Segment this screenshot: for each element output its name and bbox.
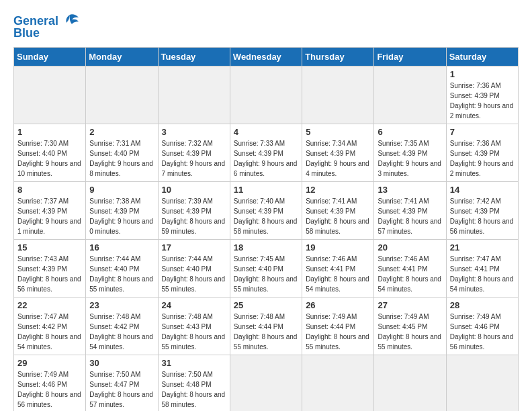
calendar-row: 22 Sunrise: 7:47 AMSunset: 4:42 PMDaylig… [14,297,519,355]
table-row: 2 Sunrise: 7:31 AMSunset: 4:40 PMDayligh… [86,124,158,181]
day-number: 9 [89,185,154,195]
day-info: Sunrise: 7:30 AMSunset: 4:40 PMDaylight:… [17,138,82,179]
day-number: 6 [378,127,442,137]
calendar-row: 1 Sunrise: 7:30 AMSunset: 4:40 PMDayligh… [14,124,519,181]
day-number: 1 [450,69,515,79]
table-row [158,66,230,124]
table-row: 5 Sunrise: 7:34 AMSunset: 4:39 PMDayligh… [302,124,374,181]
table-row: 31 Sunrise: 7:50 AMSunset: 4:48 PMDaylig… [158,355,230,411]
day-number: 18 [234,242,298,253]
day-header-tuesday: Tuesday [158,47,230,66]
day-number: 23 [89,300,154,310]
day-number: 31 [162,358,226,368]
day-info: Sunrise: 7:49 AMSunset: 4:46 PMDaylight:… [450,312,515,352]
day-number: 12 [306,185,370,195]
day-info: Sunrise: 7:41 AMSunset: 4:39 PMDaylight:… [378,196,442,236]
table-row: 9 Sunrise: 7:38 AMSunset: 4:39 PMDayligh… [86,181,158,239]
day-number: 27 [378,300,442,310]
table-row: 24 Sunrise: 7:48 AMSunset: 4:43 PMDaylig… [158,297,230,355]
table-row: 30 Sunrise: 7:50 AMSunset: 4:47 PMDaylig… [86,355,158,411]
table-row: 17 Sunrise: 7:44 AMSunset: 4:40 PMDaylig… [158,239,230,297]
table-row [14,66,86,124]
table-row: 21 Sunrise: 7:47 AMSunset: 4:41 PMDaylig… [446,239,518,297]
day-info: Sunrise: 7:49 AMSunset: 4:45 PMDaylight:… [378,312,442,352]
day-info: Sunrise: 7:41 AMSunset: 4:39 PMDaylight:… [306,196,370,236]
table-row: 22 Sunrise: 7:47 AMSunset: 4:42 PMDaylig… [14,297,86,355]
day-number: 3 [162,127,226,137]
table-row: 4 Sunrise: 7:33 AMSunset: 4:39 PMDayligh… [230,124,302,181]
table-row [86,66,158,124]
day-info: Sunrise: 7:37 AMSunset: 4:39 PMDaylight:… [17,196,82,236]
day-number: 30 [89,358,154,368]
table-row: 25 Sunrise: 7:48 AMSunset: 4:44 PMDaylig… [230,297,302,355]
day-info: Sunrise: 7:40 AMSunset: 4:39 PMDaylight:… [234,196,298,236]
day-info: Sunrise: 7:49 AMSunset: 4:46 PMDaylight:… [17,369,82,410]
table-row: 14 Sunrise: 7:42 AMSunset: 4:39 PMDaylig… [446,181,518,239]
day-number: 24 [162,300,226,310]
day-info: Sunrise: 7:45 AMSunset: 4:40 PMDaylight:… [234,254,298,294]
day-header-sunday: Sunday [14,47,86,66]
day-number: 28 [450,300,515,310]
day-header-saturday: Saturday [446,47,518,66]
table-row: 12 Sunrise: 7:41 AMSunset: 4:39 PMDaylig… [302,181,374,239]
table-row [302,66,374,124]
day-info: Sunrise: 7:50 AMSunset: 4:47 PMDaylight:… [89,369,154,410]
day-info: Sunrise: 7:39 AMSunset: 4:39 PMDaylight:… [162,196,226,236]
day-info: Sunrise: 7:46 AMSunset: 4:41 PMDaylight:… [378,254,442,294]
table-row: 26 Sunrise: 7:49 AMSunset: 4:44 PMDaylig… [302,297,374,355]
logo: General Blue [13,13,80,40]
day-number: 15 [17,242,82,253]
day-info: Sunrise: 7:47 AMSunset: 4:42 PMDaylight:… [17,312,82,352]
day-info: Sunrise: 7:38 AMSunset: 4:39 PMDaylight:… [89,196,154,236]
day-info: Sunrise: 7:49 AMSunset: 4:44 PMDaylight:… [306,312,370,352]
day-info: Sunrise: 7:44 AMSunset: 4:40 PMDaylight:… [89,254,154,294]
logo-bird-icon [60,13,80,30]
table-row [446,355,518,411]
table-row: 27 Sunrise: 7:49 AMSunset: 4:45 PMDaylig… [374,297,446,355]
day-number: 21 [450,242,515,253]
day-number: 19 [306,242,370,253]
day-number: 22 [17,300,82,310]
calendar-row: 15 Sunrise: 7:43 AMSunset: 4:39 PMDaylig… [14,239,519,297]
day-header-wednesday: Wednesday [230,47,302,66]
table-row: 6 Sunrise: 7:35 AMSunset: 4:39 PMDayligh… [374,124,446,181]
day-number: 25 [234,300,298,310]
table-row: 20 Sunrise: 7:46 AMSunset: 4:41 PMDaylig… [374,239,446,297]
day-info: Sunrise: 7:36 AMSunset: 4:39 PMDaylight:… [450,138,515,179]
table-row: 16 Sunrise: 7:44 AMSunset: 4:40 PMDaylig… [86,239,158,297]
day-number: 29 [17,358,82,368]
day-number: 8 [17,185,82,195]
table-row: 23 Sunrise: 7:48 AMSunset: 4:42 PMDaylig… [86,297,158,355]
table-row: 11 Sunrise: 7:40 AMSunset: 4:39 PMDaylig… [230,181,302,239]
table-row [230,355,302,411]
day-number: 4 [234,127,298,137]
page-header: General Blue [13,13,519,40]
day-info: Sunrise: 7:46 AMSunset: 4:41 PMDaylight:… [306,254,370,294]
day-info: Sunrise: 7:48 AMSunset: 4:42 PMDaylight:… [89,312,154,352]
day-info: Sunrise: 7:32 AMSunset: 4:39 PMDaylight:… [162,138,226,179]
table-row: 1 Sunrise: 7:30 AMSunset: 4:40 PMDayligh… [14,124,86,181]
table-row: 8 Sunrise: 7:37 AMSunset: 4:39 PMDayligh… [14,181,86,239]
table-row: 19 Sunrise: 7:46 AMSunset: 4:41 PMDaylig… [302,239,374,297]
calendar-row: 8 Sunrise: 7:37 AMSunset: 4:39 PMDayligh… [14,181,519,239]
day-info: Sunrise: 7:48 AMSunset: 4:44 PMDaylight:… [234,312,298,352]
day-info: Sunrise: 7:31 AMSunset: 4:40 PMDaylight:… [89,138,154,179]
day-info: Sunrise: 7:48 AMSunset: 4:43 PMDaylight:… [162,312,226,352]
table-row: 3 Sunrise: 7:32 AMSunset: 4:39 PMDayligh… [158,124,230,181]
day-number: 13 [378,185,442,195]
day-number: 16 [89,242,154,253]
day-number: 10 [162,185,226,195]
day-info: Sunrise: 7:33 AMSunset: 4:39 PMDaylight:… [234,138,298,179]
calendar-row: 1 Sunrise: 7:36 AMSunset: 4:39 PMDayligh… [14,66,519,124]
day-header-monday: Monday [86,47,158,66]
table-row: 1 Sunrise: 7:36 AMSunset: 4:39 PMDayligh… [446,66,518,124]
calendar-row: 29 Sunrise: 7:49 AMSunset: 4:46 PMDaylig… [14,355,519,411]
table-row: 15 Sunrise: 7:43 AMSunset: 4:39 PMDaylig… [14,239,86,297]
table-row: 28 Sunrise: 7:49 AMSunset: 4:46 PMDaylig… [446,297,518,355]
logo-blue-text: Blue [13,27,40,40]
table-row: 7 Sunrise: 7:36 AMSunset: 4:39 PMDayligh… [446,124,518,181]
day-number: 2 [89,127,154,137]
day-number: 26 [306,300,370,310]
day-header-thursday: Thursday [302,47,374,66]
day-number: 11 [234,185,298,195]
